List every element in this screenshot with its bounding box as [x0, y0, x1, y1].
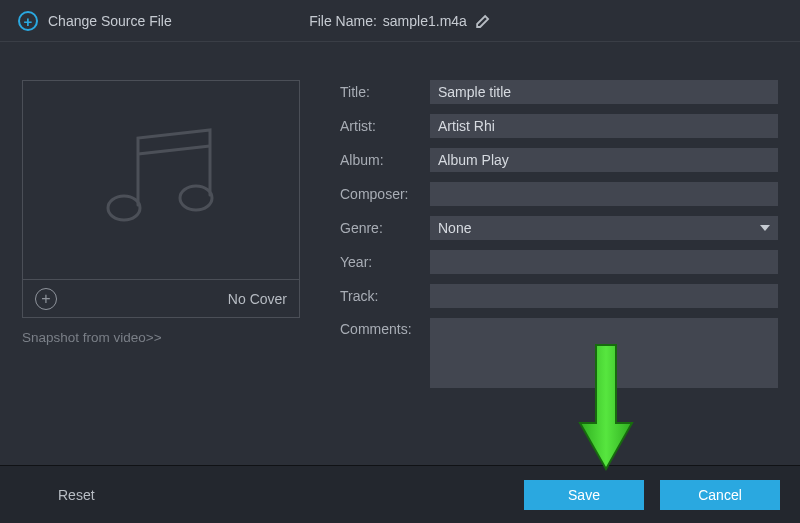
comments-input[interactable] — [430, 318, 778, 388]
genre-select[interactable] — [430, 216, 778, 240]
composer-label: Composer: — [340, 186, 430, 202]
main-body: + No Cover Snapshot from video>> Title: … — [0, 42, 800, 398]
composer-input[interactable] — [430, 182, 778, 206]
reset-button[interactable]: Reset — [48, 481, 105, 509]
year-input[interactable] — [430, 250, 778, 274]
change-source-plus-icon[interactable]: + — [18, 11, 38, 31]
artist-label: Artist: — [340, 118, 430, 134]
music-note-icon — [86, 120, 236, 240]
album-label: Album: — [340, 152, 430, 168]
save-button[interactable]: Save — [524, 480, 644, 510]
cancel-button[interactable]: Cancel — [660, 480, 780, 510]
add-cover-icon[interactable]: + — [35, 288, 57, 310]
title-label: Title: — [340, 84, 430, 100]
file-name-display: File Name: sample1.m4a — [309, 13, 491, 29]
edit-filename-icon[interactable] — [475, 13, 491, 29]
album-input[interactable] — [430, 148, 778, 172]
track-label: Track: — [340, 288, 430, 304]
year-label: Year: — [340, 254, 430, 270]
snapshot-from-video-link[interactable]: Snapshot from video>> — [22, 330, 300, 345]
file-name-value: sample1.m4a — [383, 13, 467, 29]
svg-point-0 — [108, 196, 140, 220]
bottom-toolbar: Reset Save Cancel — [0, 465, 800, 523]
track-input[interactable] — [430, 284, 778, 308]
top-bar: + Change Source File File Name: sample1.… — [0, 0, 800, 42]
no-cover-label: No Cover — [228, 291, 287, 307]
comments-label: Comments: — [340, 318, 430, 337]
change-source-file-button[interactable]: Change Source File — [48, 13, 172, 29]
artist-input[interactable] — [430, 114, 778, 138]
title-input[interactable] — [430, 80, 778, 104]
metadata-form: Title: Artist: Album: Composer: Genre: Y… — [340, 80, 778, 398]
file-name-label: File Name: — [309, 13, 377, 29]
cover-art-placeholder — [22, 80, 300, 280]
genre-label: Genre: — [340, 220, 430, 236]
cover-toolbar: + No Cover — [22, 280, 300, 318]
svg-point-1 — [180, 186, 212, 210]
cover-column: + No Cover Snapshot from video>> — [22, 80, 300, 398]
